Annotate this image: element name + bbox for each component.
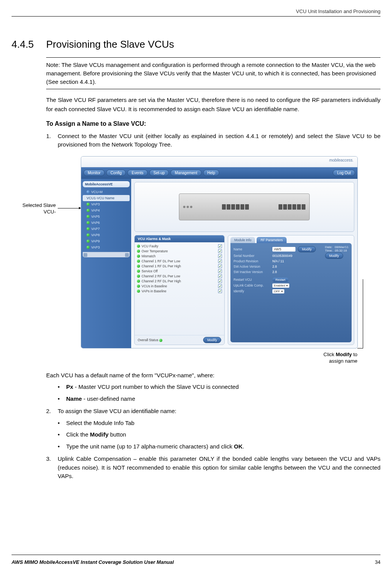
sidebar-item-vap4[interactable]: VAP4 (83, 207, 130, 213)
bullet-select-tab: • Select the Module Info Tab (58, 419, 380, 428)
mask-checkbox[interactable]: ✔ (218, 284, 222, 288)
bullet-click-modify: • Click the Modify button (58, 430, 380, 439)
nav-monitor[interactable]: Monitor (83, 170, 105, 176)
datetime-box: Date:08/Mar/11 Time:05:32:18 Modify (325, 245, 349, 258)
callout-arrow-left (58, 208, 81, 208)
section-title: Provisioning the Slave VCUs (46, 38, 174, 50)
ss-panels: VCU Alarms & Mask VCU Faulty✔ Over Tempe… (134, 235, 354, 345)
tab-module-info[interactable]: Module Info (230, 237, 255, 243)
step-3: 3. Uplink Cable Compensation – enable th… (46, 455, 380, 481)
mask-checkbox[interactable]: ✔ (218, 269, 222, 273)
step-3-body: Uplink Cable Compensation – enable this … (58, 455, 380, 481)
figure-area: Selected Slave VCU- mobileaccess. Monito… (46, 156, 380, 364)
alarms-list: VCU Faulty✔ Over Temperature✔ Mismatch✔ … (135, 242, 224, 335)
nav-config[interactable]: Config (106, 170, 126, 176)
sidebar-item-vap3[interactable]: VAP3 (83, 201, 130, 207)
nav-logout[interactable]: Log Out (333, 170, 355, 176)
status-dot-icon (87, 209, 90, 212)
hardware-graphic (179, 193, 310, 220)
alarm-row: Channel 1 RF DL Pwr High✔ (137, 264, 222, 269)
port-icon (288, 204, 292, 210)
hw-ports-a (222, 204, 249, 210)
status-dot-icon (87, 190, 90, 193)
alarms-header: VCU Alarms & Mask (135, 235, 224, 242)
ss-main: VCU Alarms & Mask VCU Faulty✔ Over Tempe… (131, 179, 357, 348)
alarm-row: Channel 2 RF DL Pwr Low✔ (137, 274, 222, 279)
sidebar-scrollbar[interactable] (83, 252, 130, 257)
port-icon (292, 204, 296, 210)
footer: AWS MIMO MobileAccessVE Instant Coverage… (12, 559, 380, 565)
port-icon (227, 204, 230, 210)
name-input[interactable]: AWS (272, 247, 295, 252)
step-2-body: To assign the Slave VCU an identifiable … (58, 407, 380, 416)
bullet-icon: • (58, 419, 66, 428)
step-2: 2. To assign the Slave VCU an identifiab… (46, 407, 380, 416)
sidebar-item-vap6[interactable]: VAP6 (83, 220, 130, 226)
page-number: 34 (375, 559, 380, 565)
para-rf: The Slave VCU RF parameters are set via … (46, 95, 380, 113)
info-row-identify: IdentifyOFF ▾ (234, 288, 349, 294)
footer-rule (12, 555, 380, 555)
page-header-right: VCU Unit Installation and Provisioning (296, 8, 380, 14)
subheading-assign: To Assign a Name to a Slave VCU: (46, 120, 380, 127)
section-number: 4.4.5 (12, 38, 46, 50)
step-1-num: 1. (46, 132, 58, 149)
led-icon (187, 206, 189, 208)
datetime-modify-button[interactable]: Modify (325, 253, 343, 259)
section-heading: 4.4.5Provisioning the Slave VCUs (12, 38, 380, 50)
device-image-panel (134, 182, 354, 232)
alarm-row: Mismatch✔ (137, 254, 222, 259)
sidebar-item-vap7[interactable]: VAP7 (83, 226, 130, 232)
port-icon (236, 204, 240, 210)
tab-rf-parameters[interactable]: RF Parameters (257, 237, 287, 243)
mask-checkbox[interactable]: ✔ (218, 244, 222, 248)
led-icon (190, 206, 192, 208)
mask-checkbox[interactable]: ✔ (218, 259, 222, 263)
info-row-restart: Restart VCURestart (234, 277, 349, 283)
note-rule-bot (46, 89, 380, 89)
info-tabs: Module Info RF Parameters (228, 235, 354, 243)
mobileaccess-logo: mobileaccess. (329, 158, 354, 162)
content: 4.4.5Provisioning the Slave VCUs Note: T… (12, 38, 380, 481)
sidebar-item-vap8[interactable]: VAP8 (83, 232, 130, 238)
nav-management[interactable]: Management (170, 170, 201, 176)
name-modify-button[interactable]: Modify (298, 246, 316, 252)
callout-selected-slave: Selected Slave VCU- (13, 202, 56, 215)
callout-left-l2: VCU- (43, 209, 56, 215)
nav-setup[interactable]: Set-up (149, 170, 169, 176)
header-rule (12, 16, 380, 17)
note-text: Note: The Slave VCUs management and conf… (46, 61, 380, 86)
overall-status-label: Overall Status (138, 338, 158, 342)
info-row-ucc: UpLink Cable Comp.Enabled ▾ (234, 283, 349, 288)
sidebar-item-vap5[interactable]: VAP5 (83, 213, 130, 220)
alarm-row: Over Temperature✔ (137, 249, 222, 254)
status-dot-icon (87, 246, 90, 249)
status-dot-icon (137, 255, 140, 258)
port-icon (297, 204, 301, 210)
mask-checkbox[interactable]: ✔ (218, 254, 222, 258)
mask-checkbox[interactable]: ✔ (218, 279, 222, 283)
alarms-modify-button[interactable]: Modify (203, 337, 221, 343)
sidebar-item-vap3b[interactable]: VAP3 (83, 244, 130, 250)
status-dot-icon (137, 290, 140, 293)
status-dot-icon (87, 233, 90, 237)
sidebar-item-vcu-m[interactable]: VCU-M (83, 189, 130, 195)
identify-select[interactable]: OFF ▾ (272, 289, 284, 293)
mask-checkbox[interactable]: ✔ (218, 249, 222, 253)
ucc-select[interactable]: Enabled ▾ (272, 283, 289, 288)
nav-help[interactable]: Help (203, 170, 220, 176)
restart-button[interactable]: Restart (272, 278, 289, 282)
mask-checkbox[interactable]: ✔ (218, 274, 222, 278)
footer-left: AWS MIMO MobileAccessVE Instant Coverage… (12, 559, 174, 565)
mask-checkbox[interactable]: ✔ (218, 264, 222, 268)
status-dot-icon (137, 280, 140, 283)
sidebar-item-vcu1[interactable]: VCU1-VCU Name (83, 195, 130, 201)
nav-events[interactable]: Events (127, 170, 148, 176)
bullet-icon: • (58, 395, 66, 403)
alarm-row: Channel 2 RF DL Pwr High✔ (137, 279, 222, 284)
sidebar-item-vap9[interactable]: VAP9 (83, 238, 130, 244)
alarm-row: Service Off✔ (137, 269, 222, 274)
note-rule-top (46, 57, 380, 58)
ss-body: MobileAccessVE VCU-M VCU1-VCU Name VAP3 … (81, 179, 357, 348)
mask-checkbox[interactable]: ✔ (218, 289, 222, 293)
